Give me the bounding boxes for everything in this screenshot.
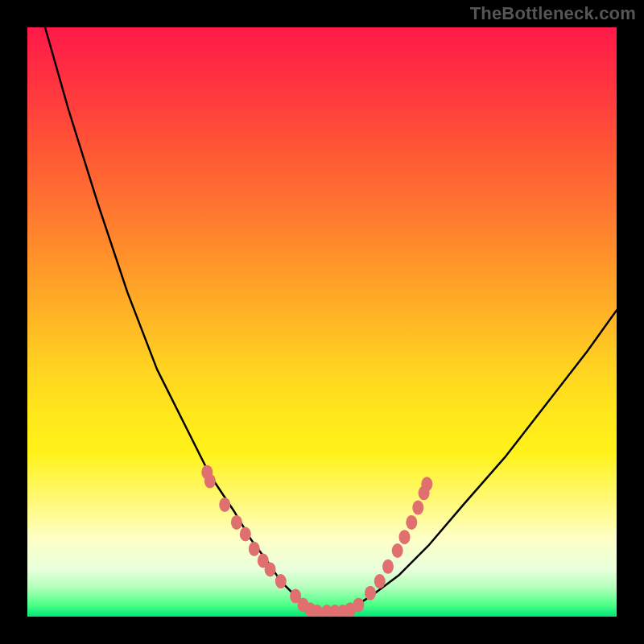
data-marker	[406, 515, 417, 530]
data-marker	[249, 542, 260, 556]
data-marker	[374, 574, 386, 588]
curve-markers	[201, 465, 432, 617]
chart-frame: TheBottleneck.com	[0, 0, 644, 644]
data-marker	[365, 586, 376, 601]
data-marker	[421, 477, 432, 491]
data-marker	[399, 530, 411, 544]
chart-overlay	[27, 27, 617, 617]
data-marker	[204, 474, 216, 489]
data-marker	[392, 543, 403, 558]
curve-path	[45, 27, 617, 611]
curve-line	[45, 27, 617, 611]
data-marker	[240, 527, 251, 542]
data-marker	[412, 501, 423, 515]
data-marker	[275, 574, 287, 588]
data-marker	[382, 559, 394, 574]
watermark-text: TheBottleneck.com	[470, 3, 636, 24]
data-marker	[219, 497, 230, 512]
plot-area	[27, 27, 617, 617]
data-marker	[231, 515, 242, 530]
data-marker	[353, 597, 364, 612]
data-marker	[265, 562, 276, 576]
